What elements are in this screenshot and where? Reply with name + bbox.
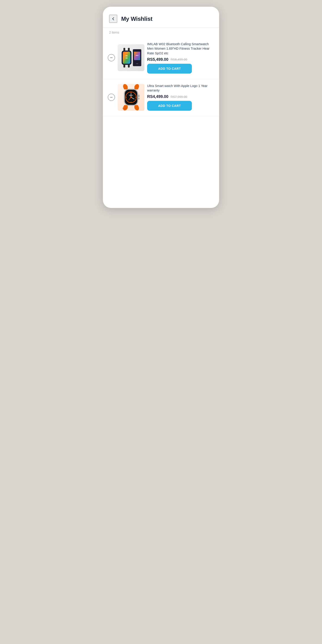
- add-to-cart-button-1[interactable]: ADD TO CART: [147, 64, 192, 74]
- svg-point-27: [136, 97, 136, 98]
- product-image-imilab: 09 08: [118, 44, 144, 71]
- product-image-apple-ultra: 09:41: [118, 84, 144, 111]
- wishlist-item: 09 08: [103, 37, 219, 79]
- product-name-1: IMILAB W02 Bluetooth Calling Smartwatch …: [147, 42, 213, 56]
- svg-point-31: [130, 96, 132, 98]
- svg-point-25: [130, 102, 132, 103]
- svg-text:W02: W02: [136, 55, 139, 56]
- svg-point-24: [130, 92, 132, 93]
- price-row-2: RS4,499.00 RS7,999.00: [147, 94, 213, 99]
- items-count: 2 items: [103, 28, 219, 37]
- product-info-1: IMILAB W02 Bluetooth Calling Smartwatch …: [147, 42, 213, 74]
- price-current-2: RS4,499.00: [147, 94, 168, 99]
- wishlist-item: 09:41 Ultra Smart watch With Apple Logo …: [103, 79, 219, 116]
- svg-text:08: 08: [126, 57, 128, 59]
- add-to-cart-button-2[interactable]: ADD TO CART: [147, 101, 192, 111]
- svg-point-26: [126, 97, 126, 98]
- product-name-2: Ultra Smart watch With Apple Logo 1 Year…: [147, 84, 213, 93]
- svg-rect-9: [128, 64, 130, 68]
- price-row-1: RS5,499.00 RS6,499.00: [147, 57, 213, 62]
- svg-rect-6: [124, 48, 125, 51]
- svg-rect-7: [128, 48, 130, 51]
- back-button[interactable]: [109, 15, 117, 23]
- phone-container: My Wishlist 2 items: [103, 7, 219, 208]
- svg-rect-8: [124, 64, 125, 68]
- svg-text:09: 09: [126, 55, 128, 57]
- remove-item-1-button[interactable]: [108, 54, 115, 61]
- page-title: My Wishlist: [121, 16, 152, 22]
- product-info-2: Ultra Smart watch With Apple Logo 1 Year…: [147, 84, 213, 111]
- remove-item-2-button[interactable]: [108, 94, 115, 101]
- price-original-2: RS7,999.00: [170, 95, 187, 98]
- svg-text:09:41: 09:41: [129, 94, 133, 96]
- price-current-1: RS5,499.00: [147, 57, 168, 62]
- price-original-1: RS6,499.00: [170, 58, 187, 61]
- svg-rect-34: [138, 98, 140, 100]
- wishlist-list: 09 08: [103, 37, 219, 116]
- svg-rect-33: [138, 94, 140, 97]
- svg-text:imilab: imilab: [136, 63, 138, 64]
- page-header: My Wishlist: [103, 7, 219, 27]
